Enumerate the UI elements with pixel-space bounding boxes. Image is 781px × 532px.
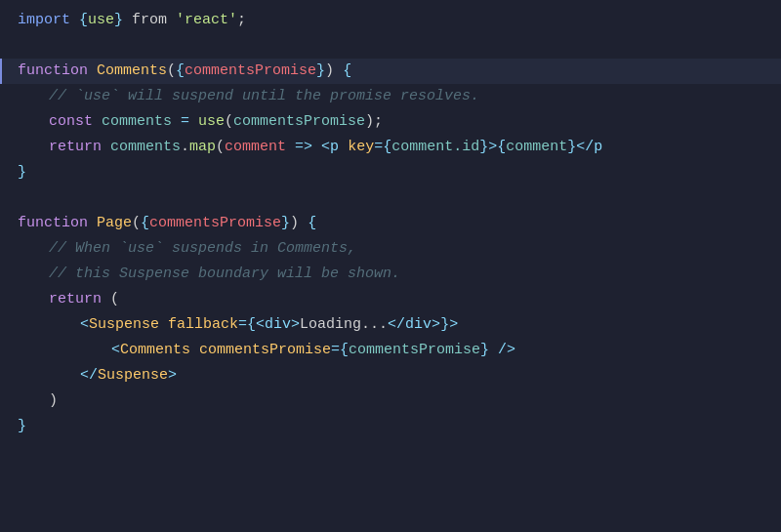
fn-body-open-2: { bbox=[308, 212, 316, 235]
code-line-suspense-open: <Suspense fallback={<div>Loading...</div… bbox=[0, 312, 781, 338]
semicolon: ; bbox=[237, 9, 246, 32]
code-line-comment-3: // this Suspense boundary will be shown. bbox=[0, 262, 781, 287]
var-comments-ref: comments bbox=[110, 136, 181, 159]
jsx-p-open: <p bbox=[321, 136, 348, 159]
kw-return-1: return bbox=[49, 136, 110, 159]
fn-name-page: Page bbox=[97, 212, 132, 235]
comment-ref: comment bbox=[506, 136, 567, 159]
code-line-const: const comments = use(commentsPromise); bbox=[0, 109, 781, 135]
attr-fallback-close: }> bbox=[440, 313, 458, 337]
code-line-close-2: } bbox=[0, 414, 781, 439]
jsx-suspense-open-bracket: < bbox=[80, 313, 89, 337]
code-line-fn-comments: function Comments({commentsPromise}) { bbox=[0, 59, 781, 84]
fn-map: map bbox=[189, 136, 216, 159]
attr-fallback: fallback bbox=[168, 313, 238, 337]
arrow: => bbox=[286, 136, 321, 159]
paren-open-2: ( bbox=[132, 212, 141, 235]
op-assign-1: = bbox=[172, 110, 198, 134]
expr-close: } bbox=[567, 136, 576, 159]
from-keyword: from bbox=[132, 9, 176, 32]
paren-map-open: ( bbox=[216, 136, 225, 159]
attr-comments-close: } /> bbox=[480, 339, 515, 362]
dest-brace-close: } bbox=[316, 60, 325, 83]
code-line-empty-2 bbox=[0, 185, 781, 211]
kw-return-2: return bbox=[49, 288, 110, 311]
attr-comments-promise: commentsPromise bbox=[199, 339, 331, 362]
jsx-p-close: </p bbox=[576, 136, 602, 159]
jsx-div-end: </div> bbox=[388, 313, 440, 337]
attr-key: key bbox=[348, 136, 374, 159]
code-line-comments-jsx: <Comments commentsPromise={commentsPromi… bbox=[0, 338, 781, 363]
attr-close: }> bbox=[479, 136, 497, 159]
code-line: import {use} from 'react'; bbox=[0, 8, 781, 33]
fn-use: use bbox=[198, 110, 225, 134]
fn-name-comments: Comments bbox=[97, 60, 167, 83]
jsx-comments-comp: Comments bbox=[120, 339, 199, 362]
import-use: use bbox=[88, 9, 114, 32]
paren-return-close: ) bbox=[49, 389, 58, 413]
paren-close-1: ) bbox=[325, 60, 343, 83]
param-comments-promise: commentsPromise bbox=[185, 60, 316, 83]
import-source: 'react' bbox=[176, 9, 237, 32]
expr-open: { bbox=[497, 136, 506, 159]
paren-return-open: ( bbox=[110, 288, 119, 311]
fn-body-close-2: } bbox=[18, 415, 26, 438]
code-line-empty-1 bbox=[0, 33, 781, 59]
code-line-comment-1: // `use` will suspend until the promise … bbox=[0, 84, 781, 109]
code-line-paren-close: ) bbox=[0, 389, 781, 414]
kw-function-1: function bbox=[18, 60, 97, 83]
dest-brace-open-2: { bbox=[141, 212, 149, 235]
kw-const: const bbox=[49, 110, 102, 134]
attr-comments-eq: ={ bbox=[331, 339, 349, 362]
paren-close-2: ) bbox=[290, 212, 308, 235]
code-line-return-2: return ( bbox=[0, 287, 781, 312]
paren-open-use: ( bbox=[225, 110, 233, 134]
fn-body-open-1: { bbox=[343, 60, 351, 83]
jsx-div-tag: div bbox=[265, 313, 291, 337]
jsx-suspense-name: Suspense bbox=[89, 313, 168, 337]
jsx-suspense-close: </ bbox=[80, 364, 98, 388]
kw-function-2: function bbox=[18, 212, 97, 235]
paren-close-use: ); bbox=[365, 110, 383, 134]
comment-text-2: // When `use` suspends in Comments, bbox=[49, 237, 356, 261]
jsx-comments-open: < bbox=[111, 339, 120, 362]
dest-brace-close-2: } bbox=[281, 212, 290, 235]
comment-text-3: // this Suspense boundary will be shown. bbox=[49, 263, 400, 286]
code-line-suspense-close: </Suspense> bbox=[0, 363, 781, 389]
paren-open-1: ( bbox=[167, 60, 176, 83]
attr-eq: ={ bbox=[374, 136, 391, 159]
param-ref-1: commentsPromise bbox=[233, 110, 365, 134]
code-editor: import {use} from 'react'; function Comm… bbox=[0, 0, 781, 532]
attr-fallback-eq: ={< bbox=[238, 313, 265, 337]
dot-map: . bbox=[181, 136, 189, 159]
param-comment: comment bbox=[225, 136, 286, 159]
jsx-suspense-close-bracket: > bbox=[168, 364, 177, 388]
brace-open: { bbox=[79, 9, 88, 32]
fn-body-close-1: } bbox=[18, 161, 26, 184]
comment-text-1: // `use` will suspend until the promise … bbox=[49, 85, 479, 108]
code-line-comment-2: // When `use` suspends in Comments, bbox=[0, 236, 781, 262]
dest-brace-open: { bbox=[176, 60, 185, 83]
brace-close: } bbox=[114, 9, 132, 32]
code-line-return-1: return comments.map(comment => <p key={c… bbox=[0, 135, 781, 160]
code-line-fn-page: function Page({commentsPromise}) { bbox=[0, 211, 781, 236]
comment-id: comment.id bbox=[391, 136, 479, 159]
var-comments: comments bbox=[102, 110, 172, 134]
param-comments-promise-2: commentsPromise bbox=[149, 212, 281, 235]
code-line-close-1: } bbox=[0, 160, 781, 185]
comments-promise-val: commentsPromise bbox=[349, 339, 480, 362]
jsx-suspense-close-name: Suspense bbox=[98, 364, 168, 388]
keyword-import: import bbox=[18, 9, 79, 32]
jsx-div-close-bracket: > bbox=[291, 313, 300, 337]
loading-text: Loading... bbox=[300, 313, 388, 337]
